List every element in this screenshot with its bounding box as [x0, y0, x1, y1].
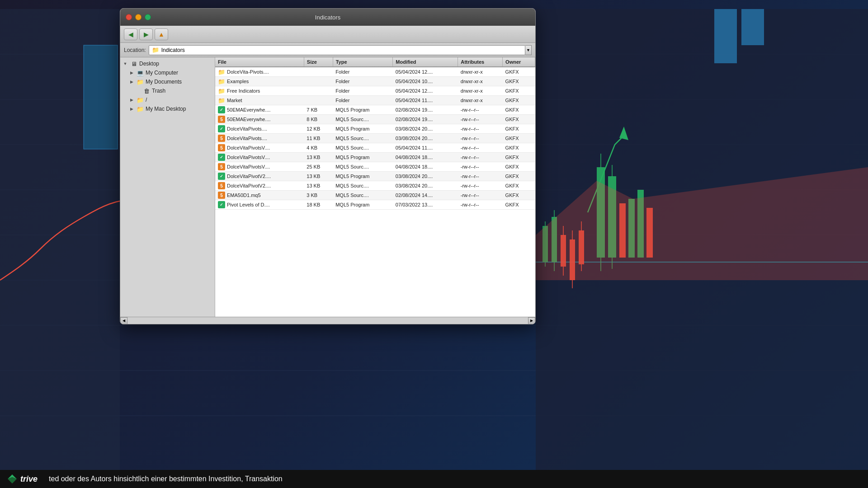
table-row[interactable]: ✓ DolceVitaPivots.... 12 KB MQL5 Program… [215, 124, 535, 134]
cell-attrs: -rw-r--r-- [458, 172, 503, 181]
minimize-button[interactable] [135, 14, 142, 20]
col-modified[interactable]: Modified [393, 57, 458, 67]
close-button[interactable] [126, 14, 132, 20]
cell-modified: 03/08/2024 20.... [393, 124, 458, 134]
table-row[interactable]: ✓ DolceVitaPivotV2.... 13 KB MQL5 Progra… [215, 172, 535, 181]
table-row[interactable]: 📁 Examples Folder 05/04/2024 10.... drwx… [215, 77, 535, 86]
cell-file-name: 5 EMA50D1.mq5 [215, 191, 304, 200]
cell-modified: 03/08/2024 20.... [393, 134, 458, 143]
table-row[interactable]: 5 50EMAEverywhe.... 8 KB MQL5 Sourc.... … [215, 115, 535, 124]
cell-owner: GKFX [503, 86, 535, 96]
cell-size [304, 96, 333, 105]
cell-owner: GKFX [503, 143, 535, 153]
sidebar-label-trash: Trash [152, 88, 165, 94]
cell-size: 13 KB [304, 172, 333, 181]
cell-owner: GKFX [503, 134, 535, 143]
scroll-right-button[interactable]: ▶ [528, 317, 535, 324]
location-input[interactable]: 📁 Indicators [149, 45, 525, 55]
tree-toggle-desktop[interactable]: ▼ [122, 61, 128, 67]
cell-type: MQL5 Program [333, 200, 393, 210]
trash-icon: 🗑 [142, 87, 151, 94]
col-attributes[interactable]: Attributes [458, 57, 503, 67]
file-icon: ✓ [218, 106, 225, 113]
cell-attrs: -rw-r--r-- [458, 134, 503, 143]
tree-toggle-mymacdesktop[interactable]: ▶ [128, 106, 135, 112]
cell-size: 25 KB [304, 162, 333, 172]
table-row[interactable]: 5 DolceVitaPivots.... 11 KB MQL5 Sourc..… [215, 134, 535, 143]
tree-toggle-slash[interactable]: ▶ [128, 97, 135, 103]
cell-size: 13 KB [304, 153, 333, 162]
cell-modified: 05/04/2024 11.... [393, 143, 458, 153]
cell-size: 3 KB [304, 191, 333, 200]
file-icon: ✓ [218, 173, 225, 180]
cell-owner: GKFX [503, 162, 535, 172]
table-header-row: File Size Type Modified Attributes Owner [215, 57, 535, 67]
mymacdesktop-icon: 📁 [136, 105, 144, 113]
cell-file-name: 5 50EMAEverywhe.... [215, 115, 304, 124]
sidebar: ▼ 🖥 Desktop ▶ 💻 My Computer ▶ 📁 My Docum… [120, 57, 215, 317]
scroll-track[interactable] [127, 317, 528, 324]
cell-modified: 05/04/2024 12.... [393, 67, 458, 77]
cell-file-name: ✓ 50EMAEverywhe.... [215, 105, 304, 115]
sidebar-item-desktop[interactable]: ▼ 🖥 Desktop [120, 59, 215, 68]
cell-owner: GKFX [503, 172, 535, 181]
table-row[interactable]: ✓ DolceVitaPivotsV.... 13 KB MQL5 Progra… [215, 153, 535, 162]
cell-attrs: -rw-r--r-- [458, 162, 503, 172]
table-row[interactable]: ✓ Pivot Levels of D.... 18 KB MQL5 Progr… [215, 200, 535, 210]
cell-file-name: 📁 Examples [215, 77, 304, 86]
cell-file-name: 5 DolceVitaPivotsV.... [215, 143, 304, 153]
tree-toggle-mycomputer[interactable]: ▶ [128, 70, 135, 76]
cell-size [304, 77, 333, 86]
sidebar-label-slash: / [146, 97, 147, 103]
table-row[interactable]: 5 EMA50D1.mq5 3 KB MQL5 Sourc.... 02/08/… [215, 191, 535, 200]
sidebar-label-desktop: Desktop [139, 61, 159, 67]
sidebar-item-mycomputer[interactable]: ▶ 💻 My Computer [120, 68, 215, 77]
cell-modified: 02/08/2024 19.... [393, 105, 458, 115]
file-icon: 5 [218, 135, 225, 142]
ticker-bar: trive ted oder des Autors hinsichtlich e… [0, 470, 868, 488]
slash-icon: 📁 [136, 96, 144, 103]
file-icon: 📁 [218, 78, 225, 85]
scrollbar-horizontal[interactable]: ◀ ▶ [120, 317, 535, 324]
cell-owner: GKFX [503, 67, 535, 77]
table-row[interactable]: 5 DolceVitaPivotsV.... 4 KB MQL5 Sourc..… [215, 143, 535, 153]
location-value: Indicators [161, 47, 185, 53]
maximize-button[interactable] [145, 14, 151, 20]
back-button[interactable]: ◀ [124, 28, 137, 40]
tree-toggle-mydocuments[interactable]: ▶ [128, 79, 135, 85]
file-list[interactable]: File Size Type Modified Attributes Owner… [215, 57, 535, 317]
col-size[interactable]: Size [304, 57, 333, 67]
file-name: Examples [227, 79, 249, 84]
cell-modified: 05/04/2024 10.... [393, 77, 458, 86]
file-name: DolceVitaPivotsV.... [227, 155, 270, 160]
table-row[interactable]: 5 DolceVitaPivotV2.... 13 KB MQL5 Sourc.… [215, 181, 535, 191]
table-row[interactable]: 📁 Market Folder 05/04/2024 11.... drwxr-… [215, 96, 535, 105]
sidebar-item-mydocuments[interactable]: ▶ 📁 My Documents [120, 77, 215, 86]
cell-type: MQL5 Sourc.... [333, 162, 393, 172]
cell-file-name: 5 DolceVitaPivotV2.... [215, 181, 304, 191]
forward-button[interactable]: ▶ [139, 28, 153, 40]
file-icon: 5 [218, 192, 225, 199]
sidebar-item-mymacdesktop[interactable]: ▶ 📁 My Mac Desktop [120, 104, 215, 113]
window-controls [120, 14, 151, 20]
cell-type: MQL5 Sourc.... [333, 181, 393, 191]
sidebar-item-slash[interactable]: ▶ 📁 / [120, 95, 215, 104]
scroll-left-button[interactable]: ◀ [120, 317, 127, 324]
sidebar-item-trash[interactable]: 🗑 Trash [120, 86, 215, 95]
cell-file-name: 📁 Market [215, 96, 304, 105]
up-button[interactable]: ▲ [155, 28, 168, 40]
cell-size: 12 KB [304, 124, 333, 134]
table-row[interactable]: ✓ 50EMAEverywhe.... 7 KB MQL5 Program 02… [215, 105, 535, 115]
cell-size: 13 KB [304, 181, 333, 191]
table-row[interactable]: 5 DolceVitaPivotsV.... 25 KB MQL5 Sourc.… [215, 162, 535, 172]
cell-type: MQL5 Sourc.... [333, 191, 393, 200]
table-row[interactable]: 📁 Free Indicators Folder 05/04/2024 12..… [215, 86, 535, 96]
location-dropdown[interactable]: ▼ [525, 45, 532, 55]
cell-modified: 05/04/2024 11.... [393, 96, 458, 105]
col-file[interactable]: File [215, 57, 304, 67]
cell-modified: 03/08/2024 20.... [393, 172, 458, 181]
cell-owner: GKFX [503, 181, 535, 191]
table-row[interactable]: 📁 DolceVita-Pivots.... Folder 05/04/2024… [215, 67, 535, 77]
col-owner[interactable]: Owner [503, 57, 535, 67]
col-type[interactable]: Type [333, 57, 393, 67]
